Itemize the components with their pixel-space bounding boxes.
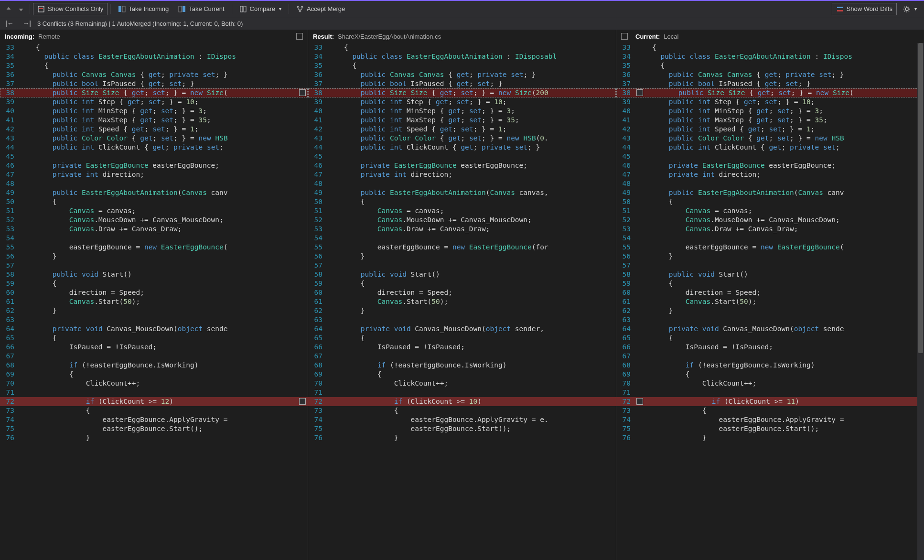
code-line[interactable]: 34 public class EasterEggAboutAnimation … xyxy=(0,52,308,61)
code-line[interactable]: 73 { xyxy=(616,406,924,415)
code-line[interactable]: 49 public EasterEggAboutAnimation(Canvas… xyxy=(0,188,308,197)
code-line[interactable]: 72 if (ClickCount >= 11) xyxy=(616,397,924,406)
code-line[interactable]: 56 } xyxy=(616,252,924,261)
code-line[interactable]: 63 xyxy=(0,315,308,324)
code-line[interactable]: 50 { xyxy=(0,197,308,206)
code-line[interactable]: 52 Canvas.MouseDown += Canvas_MouseDown; xyxy=(0,215,308,225)
show-word-diffs-button[interactable]: Show Word Diffs xyxy=(832,3,897,15)
code-line[interactable]: 38 public Size Size { get; set; } = new … xyxy=(0,88,308,97)
code-line[interactable]: 71 xyxy=(308,388,616,397)
take-incoming-button[interactable]: Take Incoming xyxy=(114,3,173,15)
code-line[interactable]: 64 private void Canvas_MouseDown(object … xyxy=(616,324,924,334)
code-line[interactable]: 33 { xyxy=(0,43,308,52)
code-line[interactable]: 35 { xyxy=(0,61,308,70)
code-line[interactable]: 66 IsPaused = !IsPaused; xyxy=(308,343,616,352)
code-line[interactable]: 58 public void Start() xyxy=(0,270,308,279)
code-line[interactable]: 49 public EasterEggAboutAnimation(Canvas… xyxy=(308,188,616,197)
code-line[interactable]: 33 { xyxy=(616,43,924,52)
code-line[interactable]: 34 public class EasterEggAboutAnimation … xyxy=(308,52,616,61)
code-line[interactable]: 68 if (!easterEggBounce.IsWorking) xyxy=(616,361,924,370)
conflict-checkbox[interactable] xyxy=(299,89,306,96)
settings-button[interactable]: ▾ xyxy=(899,3,921,15)
code-line[interactable]: 47 private int direction; xyxy=(308,170,616,179)
code-line[interactable]: 61 Canvas.Start(50); xyxy=(616,297,924,306)
code-line[interactable]: 64 private void Canvas_MouseDown(object … xyxy=(0,324,308,334)
code-line[interactable]: 46 private EasterEggBounce easterEggBoun… xyxy=(616,161,924,170)
code-line[interactable]: 46 private EasterEggBounce easterEggBoun… xyxy=(0,161,308,170)
code-line[interactable]: 76 } xyxy=(308,433,616,442)
code-line[interactable]: 74 easterEggBounce.ApplyGravity = e. xyxy=(308,415,616,424)
code-line[interactable]: 65 { xyxy=(308,334,616,343)
code-line[interactable]: 54 xyxy=(616,234,924,243)
code-line[interactable]: 47 private int direction; xyxy=(616,170,924,179)
code-line[interactable]: 52 Canvas.MouseDown += Canvas_MouseDown; xyxy=(616,215,924,225)
code-line[interactable]: 73 { xyxy=(308,406,616,415)
code-line[interactable]: 57 xyxy=(308,261,616,270)
current-checkbox[interactable] xyxy=(621,33,628,40)
code-line[interactable]: 40 public int MinStep { get; set; } = 3; xyxy=(616,107,924,116)
code-line[interactable]: 43 public Color Color { get; set; } = ne… xyxy=(308,134,616,143)
code-line[interactable]: 70 ClickCount++; xyxy=(308,379,616,388)
code-line[interactable]: 34 public class EasterEggAboutAnimation … xyxy=(616,52,924,61)
code-line[interactable]: 40 public int MinStep { get; set; } = 3; xyxy=(308,107,616,116)
code-line[interactable]: 41 public int MaxStep { get; set; } = 35… xyxy=(616,116,924,125)
code-line[interactable]: 69 { xyxy=(616,370,924,379)
code-line[interactable]: 74 easterEggBounce.ApplyGravity = xyxy=(0,415,308,424)
take-current-button[interactable]: Take Current xyxy=(174,3,228,15)
code-line[interactable]: 43 public Color Color { get; set; } = ne… xyxy=(616,134,924,143)
incoming-checkbox[interactable] xyxy=(296,33,303,40)
code-line[interactable]: 48 xyxy=(0,179,308,188)
code-line[interactable]: 60 direction = Speed; xyxy=(616,288,924,297)
show-conflicts-button[interactable]: Show Conflicts Only xyxy=(33,3,107,15)
code-line[interactable]: 61 Canvas.Start(50); xyxy=(0,297,308,306)
code-line[interactable]: 39 public int Step { get; set; } = 10; xyxy=(0,97,308,107)
code-line[interactable]: 40 public int MinStep { get; set; } = 3; xyxy=(0,107,308,116)
nav-down-icon[interactable] xyxy=(15,3,27,15)
code-line[interactable]: 62 } xyxy=(616,306,924,315)
code-line[interactable]: 60 direction = Speed; xyxy=(308,288,616,297)
code-line[interactable]: 43 public Color Color { get; set; } = ne… xyxy=(0,134,308,143)
incoming-code[interactable]: 33 {34 public class EasterEggAboutAnimat… xyxy=(0,43,308,560)
code-line[interactable]: 72 if (ClickCount >= 10) xyxy=(308,397,616,406)
code-line[interactable]: 60 direction = Speed; xyxy=(0,288,308,297)
code-line[interactable]: 41 public int MaxStep { get; set; } = 35… xyxy=(308,116,616,125)
code-line[interactable]: 57 xyxy=(0,261,308,270)
code-line[interactable]: 45 xyxy=(308,152,616,161)
code-line[interactable]: 75 easterEggBounce.Start(); xyxy=(308,424,616,433)
code-line[interactable]: 37 public bool IsPaused { get; set; } xyxy=(308,79,616,88)
code-line[interactable]: 59 { xyxy=(308,279,616,288)
code-line[interactable]: 35 { xyxy=(308,61,616,70)
code-line[interactable]: 56 } xyxy=(0,252,308,261)
code-line[interactable]: 56 } xyxy=(308,252,616,261)
code-line[interactable]: 44 public int ClickCount { get; private … xyxy=(308,143,616,152)
code-line[interactable]: 59 { xyxy=(616,279,924,288)
accept-merge-button[interactable]: Accept Merge xyxy=(292,3,349,15)
code-line[interactable]: 66 IsPaused = !IsPaused; xyxy=(616,343,924,352)
code-line[interactable]: 75 easterEggBounce.Start(); xyxy=(0,424,308,433)
compare-button[interactable]: Compare ▾ xyxy=(235,3,286,15)
code-line[interactable]: 62 } xyxy=(308,306,616,315)
code-line[interactable]: 38 public Size Size { get; set; } = new … xyxy=(616,88,924,97)
code-line[interactable]: 69 { xyxy=(308,370,616,379)
code-line[interactable]: 46 private EasterEggBounce easterEggBoun… xyxy=(308,161,616,170)
code-line[interactable]: 67 xyxy=(308,352,616,361)
code-line[interactable]: 70 ClickCount++; xyxy=(0,379,308,388)
code-line[interactable]: 35 { xyxy=(616,61,924,70)
code-line[interactable]: 33 { xyxy=(308,43,616,52)
code-line[interactable]: 45 xyxy=(0,152,308,161)
code-line[interactable]: 37 public bool IsPaused { get; set; } xyxy=(0,79,308,88)
code-line[interactable]: 51 Canvas = canvas; xyxy=(0,206,308,215)
code-line[interactable]: 66 IsPaused = !IsPaused; xyxy=(0,343,308,352)
conflict-checkbox[interactable] xyxy=(636,89,643,96)
code-line[interactable]: 50 { xyxy=(308,197,616,206)
code-line[interactable]: 44 public int ClickCount { get; private … xyxy=(0,143,308,152)
code-line[interactable]: 58 public void Start() xyxy=(308,270,616,279)
code-line[interactable]: 42 public int Speed { get; set; } = 1; xyxy=(616,125,924,134)
scrollbar-thumb[interactable] xyxy=(918,43,923,353)
code-line[interactable]: 69 { xyxy=(0,370,308,379)
code-line[interactable]: 76 } xyxy=(0,433,308,442)
conflict-checkbox[interactable] xyxy=(636,398,643,405)
code-line[interactable]: 65 { xyxy=(616,334,924,343)
code-line[interactable]: 42 public int Speed { get; set; } = 1; xyxy=(0,125,308,134)
code-line[interactable]: 76 } xyxy=(616,433,924,442)
